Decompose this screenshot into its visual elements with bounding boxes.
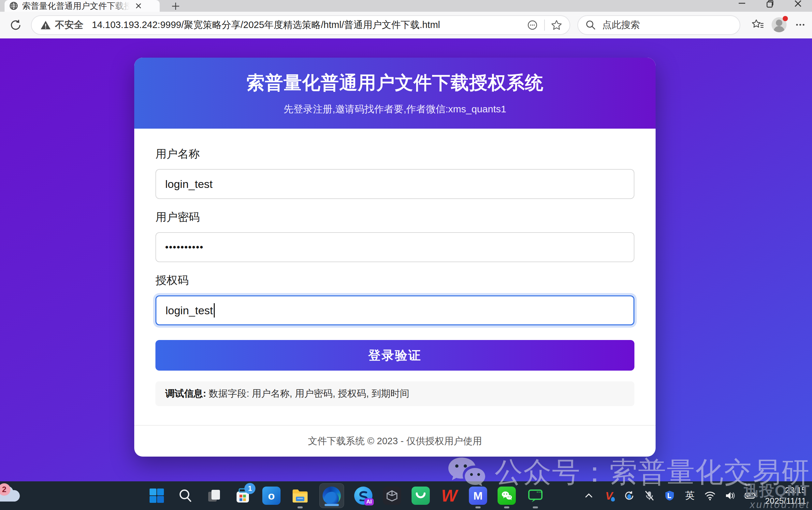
login-button[interactable]: 登录验证 (155, 340, 634, 370)
tray-mic-muted-icon[interactable] (643, 489, 656, 502)
divider (544, 20, 545, 31)
wps-button[interactable]: W (440, 486, 459, 505)
text-caret (214, 303, 215, 318)
edge-browser-button[interactable] (319, 483, 344, 508)
microsoft-store-button[interactable]: 1 (233, 486, 252, 505)
tray-wps-cloud-icon[interactable]: V (603, 489, 615, 502)
password-label: 用户密码 (155, 211, 634, 222)
running-indicator (533, 506, 538, 508)
page-title: 索普量化普通用户文件下载授权系统 (246, 71, 544, 95)
search-icon (585, 20, 596, 31)
minimize-button[interactable] (728, 0, 756, 11)
username-label: 用户名称 (155, 148, 634, 159)
browser-tab[interactable]: 索普量化普通用户文件下载授权系 (5, 0, 160, 12)
screen: 索普量化普通用户文件下载授权系 不安全 (0, 0, 812, 510)
security-label: 不安全 (55, 19, 83, 32)
authcode-input[interactable]: login_test (155, 295, 634, 325)
system-tray: V 英 (583, 481, 757, 510)
close-window-button[interactable] (784, 0, 812, 11)
clock-time: 23:15 (765, 485, 806, 496)
edge-icon (323, 486, 341, 505)
username-input[interactable] (155, 169, 634, 199)
security-chip[interactable]: 不安全 (40, 19, 83, 32)
running-indicator (475, 506, 481, 508)
tray-volume-icon[interactable] (724, 489, 736, 502)
browser-tab-strip: 索普量化普通用户文件下载授权系 (0, 0, 812, 12)
taskbar-clock[interactable]: 23:15 2025/11/11 (765, 485, 806, 506)
taskbar-search-button[interactable] (176, 486, 195, 505)
browser-toolbar: 不安全 14.103.193.242:9999/聚宽策略分享/2025年度精选策… (0, 12, 812, 38)
file-explorer-button[interactable] (291, 486, 310, 505)
start-button[interactable] (147, 486, 166, 505)
game-app-button[interactable] (382, 486, 401, 505)
tray-ime-indicator[interactable]: 英 (684, 489, 696, 502)
authcode-value: login_test (166, 304, 213, 317)
page-subtitle: 先登录注册,邀请码找作者要,作者微信:xms_quants1 (284, 102, 506, 116)
globe-favicon-icon (9, 1, 18, 10)
shop-app-button[interactable] (411, 486, 430, 505)
widgets-button[interactable]: 2 (0, 485, 25, 507)
tab-title-fade (110, 0, 130, 12)
tray-sync-icon[interactable] (623, 489, 635, 502)
clock-date: 2025/11/11 (765, 496, 806, 506)
window-controls (728, 0, 812, 11)
store-badge: 1 (244, 483, 256, 494)
tray-wifi-icon[interactable] (704, 489, 716, 502)
toolbar-right (751, 17, 807, 32)
search-label: 点此搜索 (602, 19, 640, 32)
new-tab-button[interactable] (170, 1, 181, 12)
profile-notification-dot (783, 16, 788, 21)
outlook-button[interactable]: o (262, 486, 281, 505)
card-footer: 文件下载系统 © 2023 - 仅供授权用户使用 (134, 425, 656, 457)
card-header: 索普量化普通用户文件下载授权系统 先登录注册,邀请码找作者要,作者微信:xms_… (134, 58, 656, 129)
tab-close-icon[interactable] (134, 1, 143, 11)
debug-info-box: 调试信息: 数据字段: 用户名称, 用户密码, 授权码, 到期时间 (155, 381, 634, 406)
tray-battery-icon[interactable] (744, 489, 757, 502)
address-bar[interactable]: 不安全 14.103.193.242:9999/聚宽策略分享/2025年度精选策… (31, 15, 570, 35)
page-background: 索普量化普通用户文件下载授权系统 先登录注册,邀请码找作者要,作者微信:xms_… (0, 38, 812, 481)
task-view-button[interactable] (205, 486, 224, 505)
ai-app-button[interactable]: AI (354, 486, 373, 505)
warning-icon (40, 20, 51, 30)
password-input[interactable] (155, 232, 634, 262)
running-indicator (504, 506, 509, 508)
ai-badge: AI (364, 498, 374, 505)
authcode-label: 授权码 (155, 274, 634, 286)
wechat-button[interactable] (497, 486, 516, 505)
tray-chevron-up-icon[interactable] (583, 489, 595, 502)
login-form: 用户名称 用户密码 授权码 login_test 登录验证 调试信息: 数据字段… (134, 129, 656, 406)
active-indicator (324, 504, 339, 506)
m-app-button[interactable]: M (469, 486, 488, 505)
settings-menu-icon[interactable] (793, 18, 807, 32)
running-indicator (297, 506, 303, 508)
url-text[interactable]: 14.103.193.242:9999/聚宽策略分享/2025年度精选策略/ht… (92, 19, 521, 32)
profile-avatar[interactable] (772, 17, 787, 32)
sidebar-search-box[interactable]: 点此搜索 (577, 15, 740, 35)
debug-text: 数据字段: 用户名称, 用户密码, 授权码, 到期时间 (209, 387, 409, 400)
reading-mode-icon[interactable] (525, 18, 540, 32)
tray-shield-icon[interactable] (663, 489, 676, 502)
taskbar-app-icons: 1 o AI (147, 481, 545, 510)
debug-label: 调试信息: (165, 387, 206, 400)
login-card: 索普量化普通用户文件下载授权系统 先登录注册,邀请码找作者要,作者微信:xms_… (134, 58, 656, 457)
address-bar-actions (525, 18, 564, 32)
taskbar: 2 1 o (0, 481, 812, 510)
favorites-list-icon[interactable] (751, 18, 765, 32)
restore-button[interactable] (756, 0, 784, 11)
favorite-star-icon[interactable] (549, 18, 564, 32)
tab-title: 索普量化普通用户文件下载授权系 (22, 0, 130, 12)
reload-icon[interactable] (8, 17, 24, 33)
chat-app-button[interactable] (526, 486, 545, 505)
